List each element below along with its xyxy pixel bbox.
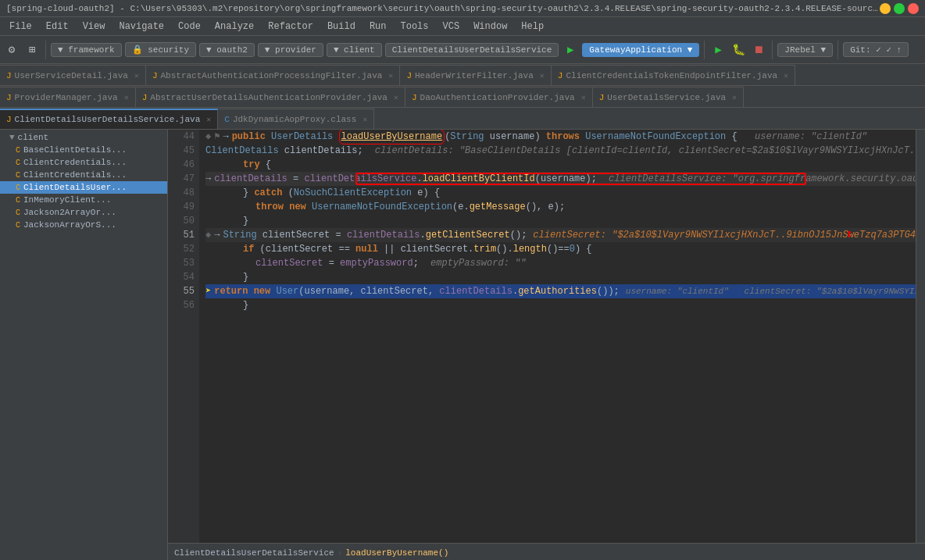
- tab-close-5[interactable]: ✕: [124, 93, 129, 102]
- tab-close-9[interactable]: ✕: [206, 115, 211, 124]
- debug-btn[interactable]: 🐛: [730, 41, 747, 59]
- tab-clientdetailsuds[interactable]: J ClientDetailsUserDetailsService.java ✕: [0, 109, 218, 129]
- right-gutter: [916, 130, 925, 543]
- tab-clientcredentials[interactable]: J ClientCredentialsTokenEndpointFilter.j…: [552, 65, 795, 85]
- ln-46: 46: [168, 158, 195, 172]
- bc-class[interactable]: ClientDetailsUserDetailsService: [174, 548, 334, 558]
- tab-close-4[interactable]: ✕: [784, 71, 788, 80]
- menu-refactor[interactable]: Refactor: [262, 20, 320, 34]
- code-line-56: }: [205, 298, 916, 312]
- sidebar-item-client[interactable]: ▼ client: [0, 131, 167, 144]
- code-line-53: clientSecret = emptyPassword; emptyPassw…: [205, 256, 916, 270]
- tab-jdkproxy[interactable]: C JdkDynamicAopProxy.class ✕: [218, 109, 374, 129]
- tab-close[interactable]: ✕: [134, 71, 139, 80]
- tab-label: UserServiceDetail.java: [15, 71, 128, 80]
- method-loaduser: loadUserByUsername: [341, 131, 443, 142]
- sidebar-item-clientdetailsuds[interactable]: C ClientDetailsUser...: [0, 181, 167, 194]
- tab-abstractauthfilter[interactable]: J AbstractAuthenticationProcessingFilter…: [146, 65, 401, 85]
- code-line-54: }: [205, 270, 916, 284]
- menu-help[interactable]: Help: [515, 20, 550, 34]
- tab-headerwriterfilter[interactable]: J HeaderWriterFilter.java ✕: [400, 65, 551, 85]
- sidebar-item-clientcredentials2[interactable]: C ClientCredentials...: [0, 169, 167, 181]
- minimize-btn[interactable]: [880, 3, 891, 14]
- bc-sep: ›: [338, 548, 343, 558]
- menu-file[interactable]: File: [3, 20, 38, 34]
- ln-55: 55: [168, 284, 195, 298]
- security-dropdown[interactable]: 🔒 security: [125, 42, 196, 57]
- code-line-45: ClientDetails clientDetails; clientDetai…: [205, 144, 916, 158]
- menu-edit[interactable]: Edit: [40, 20, 75, 34]
- provider-dropdown[interactable]: ▼ provider: [258, 43, 323, 57]
- menu-run[interactable]: Run: [363, 20, 393, 34]
- tab-close-7[interactable]: ✕: [581, 93, 586, 102]
- tab-close-6[interactable]: ✕: [394, 93, 398, 102]
- ln-48: 48: [168, 186, 195, 200]
- sidebar-item-baseclientdetails[interactable]: C BaseClientDetails...: [0, 144, 167, 156]
- tab-label: UserDetailsService.java: [607, 93, 726, 102]
- menu-build[interactable]: Build: [321, 20, 362, 34]
- oauth2-dropdown[interactable]: ▼ oauth2: [199, 43, 255, 57]
- ln-49: 49: [168, 200, 195, 214]
- sidebar-icon-6: C: [16, 209, 20, 217]
- tab-close-8[interactable]: ✕: [732, 93, 737, 102]
- tab-close-2[interactable]: ✕: [388, 71, 393, 80]
- menu-analyze[interactable]: Analyze: [209, 20, 260, 34]
- run-btn[interactable]: ▶: [709, 41, 727, 59]
- menu-window[interactable]: Window: [467, 20, 513, 34]
- code-line-48: } catch (NoSuchClientException e) {: [205, 186, 916, 200]
- run-icon[interactable]: ▶: [562, 41, 579, 59]
- sidebar-item-clientcredentials1[interactable]: C ClientCredentials...: [0, 156, 167, 169]
- menu-view[interactable]: View: [77, 20, 112, 34]
- framework-dropdown[interactable]: ▼ framework: [51, 43, 122, 57]
- code-line-55: ➤ return new User(username, clientSecret…: [205, 284, 916, 298]
- ln-54: 54: [168, 270, 195, 284]
- sidebar-item-jackson2array2[interactable]: C JacksonArrayOrS...: [0, 219, 167, 231]
- tab-close-3[interactable]: ✕: [540, 71, 545, 80]
- ln-45: 45: [168, 144, 195, 158]
- settings-icon[interactable]: ⚙: [3, 41, 20, 59]
- tab-icon: J: [6, 93, 12, 102]
- tab-abstractuserdetails[interactable]: J AbstractUserDetailsAuthenticationProvi…: [136, 87, 405, 107]
- maximize-btn[interactable]: [894, 3, 905, 14]
- sidebar-item-jackson2array1[interactable]: C Jackson2ArrayOr...: [0, 206, 167, 219]
- bc-method[interactable]: loadUserByUsername(): [345, 548, 448, 558]
- layout-icon[interactable]: ⊞: [23, 41, 41, 59]
- menu-vcs[interactable]: VCS: [437, 20, 466, 34]
- tab-userservicedetail[interactable]: J UserServiceDetail.java ✕: [0, 65, 146, 85]
- tab-userdetailsservice[interactable]: J UserDetailsService.java ✕: [593, 87, 744, 107]
- tab-icon: J: [6, 71, 12, 80]
- menu-tools[interactable]: Tools: [395, 20, 435, 34]
- tab-icon: J: [406, 71, 412, 80]
- sidebar-label-6: Jackson2ArrayOr...: [23, 208, 116, 217]
- tab-providermanager[interactable]: J ProviderManager.java ✕: [0, 87, 136, 107]
- sidebar-icon-5: C: [16, 196, 20, 205]
- tab-icon: C: [224, 115, 230, 124]
- tab-label: AbstractUserDetailsAuthenticationProvide…: [150, 93, 388, 102]
- tab-close-10[interactable]: ✕: [362, 115, 367, 124]
- code-line-52: if (clientSecret == null || clientSecret…: [205, 242, 916, 256]
- toolbar-separator-1: [45, 41, 46, 59]
- menu-code[interactable]: Code: [172, 20, 207, 34]
- toolbar-separator-4: [838, 41, 838, 59]
- stop-btn[interactable]: ⏹: [750, 41, 767, 59]
- tab-daoauth[interactable]: J DaoAuthenticationProvider.java ✕: [405, 87, 593, 107]
- toolbar-separator-3: [772, 41, 773, 59]
- run-config-dropdown[interactable]: GatewayApplication ▼: [582, 43, 699, 57]
- jrebel-dropdown[interactable]: JRebel ▼: [777, 43, 833, 57]
- tab-label: DaoAuthenticationProvider.java: [420, 93, 575, 102]
- tab-icon: J: [142, 93, 148, 102]
- code-content[interactable]: ◆ ⚑ → public UserDetails loadUserByUsern…: [199, 130, 916, 543]
- ln-50: 50: [168, 214, 195, 228]
- ln-47: 47: [168, 172, 195, 186]
- client-dropdown[interactable]: ▼ client: [327, 43, 382, 57]
- sidebar-label-3: ClientCredentials...: [23, 170, 127, 180]
- ln-56: 56: [168, 298, 195, 312]
- title-text: [spring-cloud-oauth2] - C:\Users\95303\.…: [6, 4, 880, 13]
- ln-44: 44: [168, 130, 195, 144]
- sidebar-item-inmemory[interactable]: C InMemoryClient...: [0, 194, 167, 206]
- close-btn[interactable]: [908, 3, 919, 14]
- tab-label: ClientCredentialsTokenEndpointFilter.jav…: [566, 71, 777, 80]
- git-status: Git: ✓ ✓ ↑: [843, 42, 909, 57]
- sidebar-label-4: ClientDetailsUser...: [23, 183, 127, 192]
- menu-navigate[interactable]: Navigate: [112, 20, 170, 34]
